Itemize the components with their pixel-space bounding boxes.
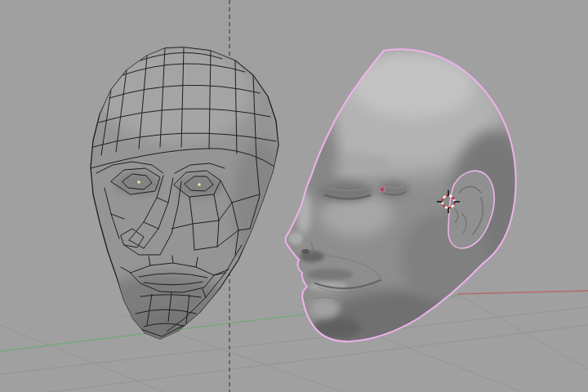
vertex-dot[interactable] bbox=[198, 183, 201, 186]
blender-3d-viewport[interactable] bbox=[0, 0, 588, 392]
vertex-dot[interactable] bbox=[137, 180, 140, 184]
viewport-canvas[interactable] bbox=[0, 0, 588, 392]
nostril bbox=[302, 249, 310, 254]
object-origin-dot bbox=[381, 188, 385, 192]
